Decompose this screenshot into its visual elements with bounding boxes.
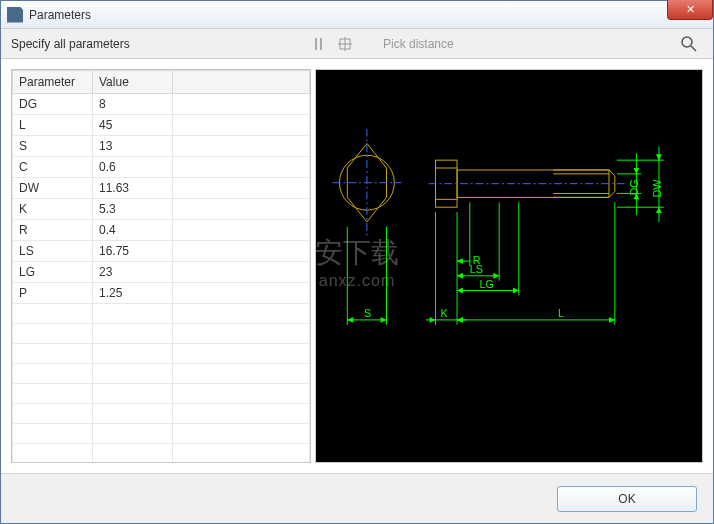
close-button[interactable]: ✕ — [667, 0, 713, 20]
cell-value[interactable]: 0.4 — [93, 220, 173, 241]
cell-value[interactable] — [93, 404, 173, 424]
table-row[interactable]: DW11.63 — [13, 178, 310, 199]
cell-value[interactable] — [93, 384, 173, 404]
table-row[interactable]: C0.6 — [13, 157, 310, 178]
header-value[interactable]: Value — [93, 71, 173, 94]
cell-extra[interactable] — [173, 344, 310, 364]
table-row[interactable]: DG8 — [13, 94, 310, 115]
cell-extra[interactable] — [173, 324, 310, 344]
svg-marker-27 — [381, 317, 387, 323]
svg-marker-31 — [430, 317, 436, 323]
table-row[interactable]: LG23 — [13, 262, 310, 283]
cell-param[interactable] — [13, 324, 93, 344]
cell-extra[interactable] — [173, 364, 310, 384]
parameter-table-panel: Parameter Value DG8L45S13C0.6DW11.63K5.3… — [11, 69, 311, 463]
cell-param[interactable]: L — [13, 115, 93, 136]
cell-extra[interactable] — [173, 136, 310, 157]
svg-marker-47 — [609, 317, 615, 323]
cell-extra[interactable] — [173, 444, 310, 464]
svg-marker-42 — [457, 288, 463, 294]
cell-param[interactable]: K — [13, 199, 93, 220]
dim-label-s: S — [364, 307, 371, 319]
cell-extra[interactable] — [173, 94, 310, 115]
cell-value[interactable]: 45 — [93, 115, 173, 136]
cell-param[interactable] — [13, 404, 93, 424]
button-bar: OK — [1, 473, 713, 523]
table-row[interactable] — [13, 404, 310, 424]
table-row[interactable] — [13, 384, 310, 404]
pick-tool-icon[interactable] — [337, 36, 353, 52]
cell-extra[interactable] — [173, 220, 310, 241]
cell-param[interactable]: R — [13, 220, 93, 241]
parameter-table: Parameter Value DG8L45S13C0.6DW11.63K5.3… — [12, 70, 310, 463]
cell-value[interactable]: 23 — [93, 262, 173, 283]
pick-distance-label: Pick distance — [383, 37, 454, 51]
cell-value[interactable]: 13 — [93, 136, 173, 157]
table-row[interactable] — [13, 444, 310, 464]
cell-extra[interactable] — [173, 178, 310, 199]
cell-param[interactable]: LG — [13, 262, 93, 283]
cell-param[interactable] — [13, 444, 93, 464]
table-row[interactable]: R0.4 — [13, 220, 310, 241]
cell-param[interactable] — [13, 364, 93, 384]
cell-value[interactable] — [93, 444, 173, 464]
cell-value[interactable]: 11.63 — [93, 178, 173, 199]
table-row[interactable] — [13, 364, 310, 384]
cell-extra[interactable] — [173, 304, 310, 324]
svg-point-5 — [682, 37, 692, 47]
dim-label-lg: LG — [480, 278, 494, 290]
cell-param[interactable] — [13, 384, 93, 404]
window-title: Parameters — [29, 8, 91, 22]
parallel-lines-icon[interactable] — [311, 36, 327, 52]
titlebar: Parameters ✕ — [1, 1, 713, 29]
cell-value[interactable]: 1.25 — [93, 283, 173, 304]
cell-param[interactable]: LS — [13, 241, 93, 262]
cell-param[interactable]: DG — [13, 94, 93, 115]
cell-param[interactable]: P — [13, 283, 93, 304]
svg-marker-51 — [633, 168, 639, 174]
drawing-preview: S K R LS — [315, 69, 703, 463]
cell-extra[interactable] — [173, 404, 310, 424]
cell-param[interactable] — [13, 424, 93, 444]
cell-value[interactable] — [93, 344, 173, 364]
header-parameter[interactable]: Parameter — [13, 71, 93, 94]
search-icon[interactable] — [681, 36, 697, 52]
cell-extra[interactable] — [173, 115, 310, 136]
content-area: Parameter Value DG8L45S13C0.6DW11.63K5.3… — [1, 59, 713, 473]
cell-extra[interactable] — [173, 424, 310, 444]
cell-value[interactable] — [93, 364, 173, 384]
cell-extra[interactable] — [173, 384, 310, 404]
ok-button[interactable]: OK — [557, 486, 697, 512]
table-row[interactable] — [13, 304, 310, 324]
cell-value[interactable] — [93, 324, 173, 344]
cell-extra[interactable] — [173, 199, 310, 220]
cell-value[interactable]: 16.75 — [93, 241, 173, 262]
table-row[interactable]: LS16.75 — [13, 241, 310, 262]
table-row[interactable] — [13, 424, 310, 444]
cell-value[interactable]: 8 — [93, 94, 173, 115]
header-extra[interactable] — [173, 71, 310, 94]
svg-marker-57 — [656, 207, 662, 213]
cell-param[interactable]: C — [13, 157, 93, 178]
table-row[interactable]: P1.25 — [13, 283, 310, 304]
cell-param[interactable]: S — [13, 136, 93, 157]
cell-value[interactable] — [93, 304, 173, 324]
cell-extra[interactable] — [173, 262, 310, 283]
cell-value[interactable]: 0.6 — [93, 157, 173, 178]
cell-param[interactable]: DW — [13, 178, 93, 199]
table-row[interactable] — [13, 324, 310, 344]
cell-value[interactable] — [93, 424, 173, 444]
table-row[interactable]: S13 — [13, 136, 310, 157]
cell-param[interactable] — [13, 344, 93, 364]
table-row[interactable] — [13, 344, 310, 364]
cell-extra[interactable] — [173, 241, 310, 262]
cell-value[interactable]: 5.3 — [93, 199, 173, 220]
table-row[interactable]: L45 — [13, 115, 310, 136]
toolbar: Specify all parameters Pick distance — [1, 29, 713, 59]
svg-marker-26 — [347, 317, 353, 323]
bolt-drawing: S K R LS — [316, 70, 702, 462]
table-row[interactable]: K5.3 — [13, 199, 310, 220]
cell-extra[interactable] — [173, 157, 310, 178]
cell-param[interactable] — [13, 304, 93, 324]
cell-extra[interactable] — [173, 283, 310, 304]
